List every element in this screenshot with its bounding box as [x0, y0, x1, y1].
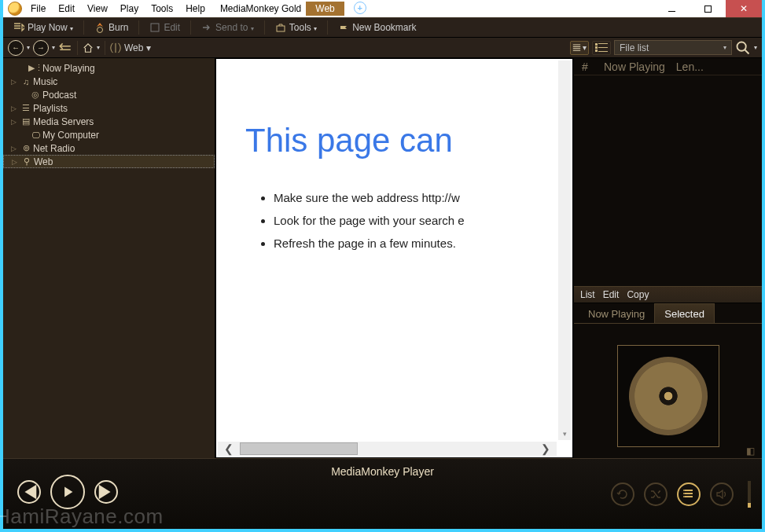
svg-rect-6: [598, 47, 608, 48]
tools-button[interactable]: Tools ▾: [270, 20, 322, 35]
nav-bar: ←▾ →▾ ▾ Web ▾ ▾ File list ▾: [3, 38, 762, 58]
menu-view[interactable]: View: [82, 2, 113, 16]
player-mute-button[interactable]: [710, 482, 734, 506]
play-now-icon: [13, 22, 24, 33]
tab-web[interactable]: Web: [306, 2, 344, 16]
tree-label: My Computer: [42, 130, 99, 141]
volume-slider[interactable]: [748, 481, 751, 508]
expand-icon[interactable]: ▷: [8, 105, 19, 112]
edit-button: Edit: [144, 20, 186, 35]
sidebar-tree: ▶⋮ Now Playing ▷ ♫ Music ◎ Podcast ▷ ☰ P…: [3, 58, 215, 458]
menu-help[interactable]: Help: [180, 2, 211, 16]
now-playing-icon: ▶⋮: [28, 63, 42, 73]
nav-home-button[interactable]: [83, 42, 94, 53]
filelist-combo[interactable]: File list ▾: [614, 40, 732, 55]
tools-icon: [275, 22, 286, 33]
svg-rect-4: [598, 43, 608, 44]
window-maximize-button[interactable]: [690, 0, 726, 17]
music-icon: ♫: [19, 77, 33, 86]
album-art-frame: [617, 345, 719, 447]
column-num[interactable]: #: [582, 61, 593, 73]
player-next-button[interactable]: [94, 480, 118, 504]
filelist-combo-value: File list: [620, 42, 649, 53]
tree-music[interactable]: ▷ ♫ Music: [3, 75, 215, 88]
tree-podcast[interactable]: ◎ Podcast: [3, 88, 215, 101]
new-bookmark-button[interactable]: New Bookmark: [333, 20, 421, 35]
art-menu-copy[interactable]: Copy: [627, 289, 649, 300]
web-content-pane: This page can Make sure the web address …: [215, 58, 573, 458]
tree-label: Playlists: [33, 103, 68, 114]
burn-icon: [94, 22, 105, 33]
tracklist-empty: [574, 75, 762, 272]
svg-rect-5: [595, 46, 598, 49]
edit-icon: [149, 22, 160, 33]
tree-net-radio[interactable]: ▷ ⊚ Net Radio: [3, 141, 215, 155]
vertical-scrollbar[interactable]: ▾: [558, 61, 571, 440]
art-menu-list[interactable]: List: [580, 289, 595, 300]
menu-play[interactable]: Play: [115, 2, 144, 16]
menu-file[interactable]: File: [25, 2, 51, 16]
window-close-button[interactable]: ✕: [726, 0, 762, 17]
nav-up-button[interactable]: [58, 42, 72, 53]
menu-tools[interactable]: Tools: [145, 2, 178, 16]
tree-label: Now Playing: [42, 63, 95, 74]
panel-config-icon[interactable]: ◧: [746, 446, 759, 458]
send-to-icon: [201, 22, 212, 33]
web-icon: ⚲: [20, 156, 34, 167]
breadcrumb-item[interactable]: Web ▾: [124, 42, 151, 53]
player-prev-button[interactable]: [17, 480, 41, 504]
expand-icon[interactable]: ▷: [8, 145, 19, 152]
tree-label: Net Radio: [33, 143, 75, 154]
view-columns-button[interactable]: [592, 41, 611, 55]
player-title: MediaMonkey Player: [3, 465, 762, 478]
svg-rect-3: [595, 43, 598, 46]
art-menu-edit[interactable]: Edit: [603, 289, 620, 300]
horizontal-scrollbar[interactable]: ❮ ❯: [218, 442, 557, 456]
scroll-right-button[interactable]: ❯: [535, 442, 557, 455]
search-button[interactable]: [735, 42, 751, 53]
app-name-label: MediaMonkey Gold: [212, 2, 304, 16]
scroll-left-button[interactable]: ❮: [218, 442, 240, 455]
tree-label: Music: [33, 76, 57, 87]
art-panel-tabs: Now Playing Selected: [574, 303, 762, 324]
scroll-down-icon[interactable]: ▾: [558, 427, 571, 440]
view-list-button[interactable]: ▾: [570, 41, 589, 55]
tree-web[interactable]: ▷ ⚲ Web: [3, 155, 215, 168]
right-panel: # Now Playing Len... List Edit Copy Now …: [573, 58, 762, 458]
svg-rect-7: [595, 50, 598, 52]
error-hint: Refresh the page in a few minutes.: [274, 237, 557, 250]
chevron-down-icon: ▾: [723, 44, 726, 51]
play-now-button[interactable]: Play Now ▾: [8, 20, 79, 35]
error-hint: Look for the page with your search e: [274, 214, 557, 227]
tree-playlists[interactable]: ▷ ☰ Playlists: [3, 101, 215, 115]
bookmark-icon: [338, 22, 349, 33]
svg-point-10: [683, 490, 685, 491]
error-hint: Make sure the web address http://w: [274, 191, 557, 204]
art-tab-selected[interactable]: Selected: [654, 303, 715, 324]
scroll-thumb[interactable]: [240, 442, 358, 455]
send-to-label: Send to ▾: [215, 22, 254, 33]
player-nowplaying-button[interactable]: [677, 482, 701, 506]
album-art-container: [574, 333, 762, 458]
art-tab-now-playing[interactable]: Now Playing: [579, 304, 654, 324]
new-tab-button[interactable]: +: [354, 2, 366, 14]
burn-button[interactable]: Burn: [89, 20, 134, 35]
tracklist-header: # Now Playing Len...: [574, 58, 762, 75]
nav-forward-button[interactable]: →: [33, 40, 49, 56]
radio-icon: ⊚: [19, 143, 33, 153]
tree-my-computer[interactable]: 🖵 My Computer: [3, 128, 215, 141]
expand-icon[interactable]: ▷: [8, 78, 19, 86]
window-minimize-button[interactable]: [653, 0, 690, 17]
player-repeat-button[interactable]: [611, 482, 634, 506]
column-now-playing[interactable]: Now Playing: [604, 61, 665, 73]
expand-icon[interactable]: ▷: [8, 118, 19, 126]
tree-label: Web: [34, 156, 53, 167]
menu-edit[interactable]: Edit: [53, 2, 80, 16]
tree-media-servers[interactable]: ▷ ▤ Media Servers: [3, 115, 215, 128]
player-shuffle-button[interactable]: [644, 482, 668, 506]
tree-now-playing[interactable]: ▶⋮ Now Playing: [3, 61, 215, 75]
expand-icon[interactable]: ▷: [9, 158, 20, 166]
column-length[interactable]: Len...: [676, 61, 704, 73]
nav-back-button[interactable]: ←: [8, 40, 24, 56]
player-play-button[interactable]: [50, 475, 85, 509]
